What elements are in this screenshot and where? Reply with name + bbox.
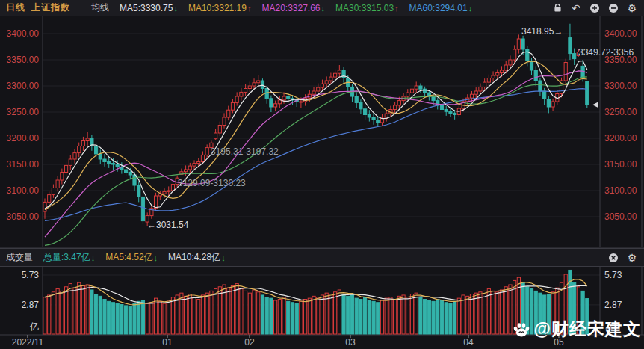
volume-axis-left-label: 5.73 [22,270,40,280]
price-axis-left-label: 3200.00 [7,133,40,143]
index-name[interactable]: 上证指数 [31,1,70,14]
ma-group-label[interactable]: 均线 [91,1,109,14]
ma10-value: MA10:3321.19 ↑ [188,3,252,13]
volume-ma5: MA5:4.52亿 ↓ [105,251,158,264]
price-axis-right-label: 3300.00 [604,81,637,91]
price-axis-left-label: 3350.00 [7,55,40,65]
volume-ma5-arrow-icon: ↓ [154,253,158,262]
price-axis-left-label: 3250.00 [7,107,40,117]
kline-chart-svg[interactable]: 3400.003400.003350.003350.003300.003300.… [0,0,644,349]
price-axis-left-label: 3300.00 [7,81,40,91]
volume-total-arrow-icon: ↓ [91,253,96,262]
time-axis-label: 2022/11 [12,337,44,348]
period-label[interactable]: 日线 [6,1,25,14]
price-axis-left-label: 3400.00 [7,28,40,39]
time-axis-label: 04 [463,337,474,348]
volume-settings-gear-icon[interactable]: ⚙ [626,252,638,264]
price-axis-left-label: 3100.00 [7,185,40,196]
price-axis-right-label: 3350.00 [604,55,637,65]
volume-axis-right-label: 2.87 [604,300,622,310]
zoom-in-icon[interactable] [589,2,601,14]
undo-icon[interactable]: ↶ [570,2,582,14]
price-axis-left-label: 3050.00 [7,211,40,222]
ma20-arrow-icon: ↓ [321,4,326,13]
price-axis-right-label: 3400.00 [604,28,637,39]
volume-axis-right-label: 5.73 [604,270,622,280]
watermark-text: @财经宋建文 [534,318,641,341]
price-axis-right-label: 3150.00 [604,159,637,170]
volume-ma10: MA10:4.28亿 ↓ [168,251,226,264]
price-axis-left-label: 3150.00 [7,159,40,170]
candles-layer [43,24,589,226]
ma-line [45,89,587,221]
price-ma-lines-layer [45,52,587,245]
ma5-value: MA5:3330.75 ↓ [120,3,178,13]
ma-line [45,61,587,210]
price-axis-right-label: 3200.00 [604,133,637,143]
stock-chart-app: 3400.003400.003350.003350.003300.003300.… [0,0,644,349]
price-axis-right-label: 3100.00 [604,185,637,196]
ma60-value: MA60:3294.01 ↓ [409,3,473,13]
volume-total: 总量:3.47亿 ↓ [43,251,95,264]
volume-layer [43,270,589,334]
watermark: @财经宋建文 [512,318,641,341]
time-axis-label: 02 [244,337,255,348]
close-pane-icon[interactable] [607,252,619,264]
ma30-value: MA30:3315.03 ↑ [335,3,399,13]
time-axis: 2022/110102030405 [12,335,564,348]
top-info-bar: 日线 上证指数 均线 MA5:3330.75 ↓ MA10:3321.19 ↑ … [0,0,644,16]
ma20-value: MA20:3327.66 ↓ [261,3,325,13]
volume-ma10-arrow-icon: ↓ [221,253,226,262]
volume-title[interactable]: 成交量 [6,251,33,264]
ma60-arrow-icon: ↓ [468,4,473,13]
ma5-arrow-icon: ↓ [173,4,178,13]
price-axis-right-label: 3250.00 [604,107,637,117]
settings-gear-icon[interactable]: ⚙ [626,2,638,14]
ma30-arrow-icon: ↑ [394,4,399,13]
volume-info-bar: 成交量 总量:3.47亿 ↓ MA5:4.52亿 ↓ MA10:4.28亿 ↓ … [0,248,644,267]
volume-axis-left-label: 2.87 [22,300,40,310]
price-axis-right-label: 3050.00 [604,211,637,222]
ma-line [45,77,587,245]
ma10-arrow-icon: ↑ [247,4,252,13]
time-axis-label: 03 [345,337,356,348]
paw-logo-icon [512,320,531,339]
last-price-marker [592,102,598,108]
time-axis-label: 01 [162,337,173,348]
zoom-out-icon[interactable] [607,2,619,14]
ma-line [45,52,587,209]
volume-unit-label: 亿 [29,321,39,332]
lock-icon[interactable] [551,2,563,14]
